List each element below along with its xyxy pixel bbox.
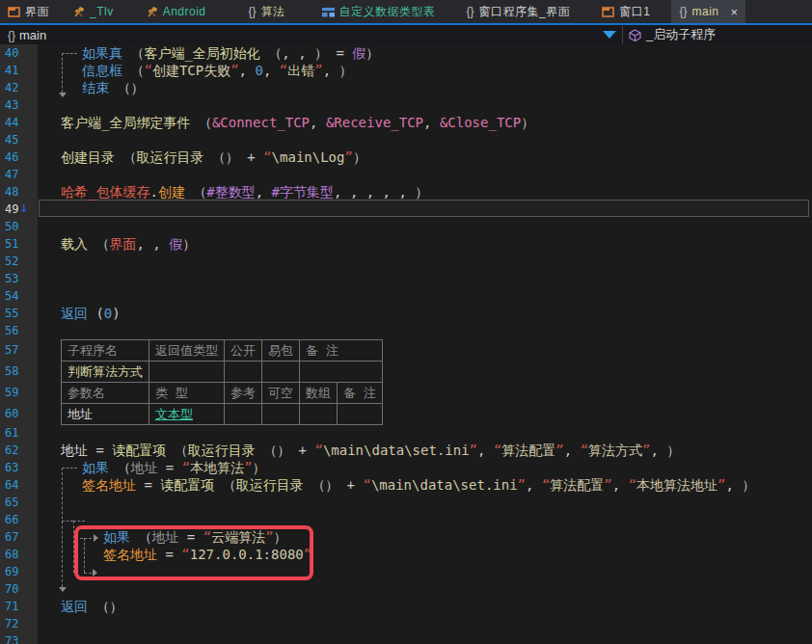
line-number-65[interactable]: 65 xyxy=(0,494,38,511)
table-cell[interactable]: 判断算法方式 xyxy=(62,362,149,383)
table-cell[interactable]: 返回值类型 xyxy=(149,340,225,362)
table-cell[interactable]: 可空 xyxy=(262,383,300,404)
code-line-55[interactable]: 返回 (0) xyxy=(61,305,121,322)
table-cell[interactable] xyxy=(300,362,383,383)
table-cell[interactable]: 备 注 xyxy=(338,383,383,404)
line-number-64[interactable]: 64 xyxy=(0,476,38,494)
code-line-44[interactable]: 客户端_全局绑定事件 （&Connect_TCP, &Receive_TCP, … xyxy=(61,114,534,131)
table-row: 参数名类 型参考可空数组备 注 xyxy=(62,383,383,404)
table-cell[interactable] xyxy=(300,404,338,425)
code-token: , , , , , ） xyxy=(334,184,428,200)
line-number-54[interactable]: 54 xyxy=(0,287,38,305)
line-number-55[interactable]: 55 xyxy=(0,305,38,322)
table-cell[interactable] xyxy=(262,362,300,383)
line-number-71[interactable]: 71 xyxy=(0,598,38,615)
tab-窗口1[interactable]: 窗口1 xyxy=(594,0,658,23)
line-number-41[interactable]: 41 xyxy=(0,62,38,79)
code-token: ） xyxy=(365,45,379,61)
table-cell[interactable] xyxy=(149,362,225,383)
code-line-64[interactable]: 签名地址 = 读配置项 （取运行目录 （） + “\main\data\set.… xyxy=(82,476,755,494)
code-line-71[interactable]: 返回 （） xyxy=(61,598,122,615)
code-token: , xyxy=(477,443,494,458)
code-line-42[interactable]: 结束 （） xyxy=(82,79,144,96)
close-icon[interactable]: × xyxy=(730,5,738,19)
line-number-59[interactable]: 59 xyxy=(0,382,38,403)
code-line-48[interactable]: 哈希_包体缓存.创建 （#整数型, #字节集型, , , , , ） xyxy=(61,183,428,201)
line-number-48[interactable]: 48 xyxy=(0,183,38,201)
line-number-70[interactable]: 70 xyxy=(0,580,38,598)
code-token: “ xyxy=(144,63,151,78)
code-token: , xyxy=(423,115,440,130)
code-token: 返回 xyxy=(61,306,88,321)
current-symbol[interactable]: _启动子程序 xyxy=(629,25,716,44)
line-number-62[interactable]: 62 xyxy=(0,442,38,459)
table-cell[interactable] xyxy=(225,362,262,383)
line-number-43[interactable]: 43 xyxy=(0,96,38,114)
table-cell[interactable]: 公开 xyxy=(225,340,262,362)
code-token: 0 xyxy=(255,63,262,78)
line-number-51[interactable]: 51 xyxy=(0,235,38,253)
tab-自定义数据类型表[interactable]: 自定义数据类型表 xyxy=(314,0,444,23)
table-cell[interactable]: 参考 xyxy=(225,383,262,404)
table-cell[interactable]: 数组 xyxy=(300,383,338,404)
table-cell[interactable]: 类 型 xyxy=(149,383,225,404)
line-number-69[interactable]: 69 xyxy=(0,563,38,580)
code-token: , ） xyxy=(323,63,353,78)
code-line-68[interactable]: 签名地址 = “127.0.0.1:8080” xyxy=(103,546,311,563)
tab-窗口程序集_界面[interactable]: {}窗口程序集_界面 xyxy=(459,0,579,23)
table-cell[interactable]: 子程序名 xyxy=(62,340,149,362)
table-cell[interactable]: 地址 xyxy=(62,404,149,425)
code-token: 创建 xyxy=(158,184,185,200)
line-number-73[interactable]: 73 xyxy=(0,632,38,644)
line-number-42[interactable]: 42 xyxy=(0,79,38,96)
line-number-63[interactable]: 63 xyxy=(0,459,38,476)
code-token: 界面 xyxy=(109,236,136,252)
tab-Android[interactable]: Android xyxy=(138,0,214,23)
line-number-47[interactable]: 47 xyxy=(0,166,38,183)
tab-算法[interactable]: {}算法 xyxy=(241,0,293,23)
line-number-40[interactable]: 40 xyxy=(0,44,38,62)
table-cell[interactable] xyxy=(338,404,383,425)
line-number-68[interactable]: 68 xyxy=(0,546,38,563)
code-line-51[interactable]: 载入 （界面, , 假） xyxy=(61,235,196,253)
code-line-63[interactable]: 如果 （地址 = “本地算法”） xyxy=(82,459,266,476)
line-number-44[interactable]: 44 xyxy=(0,114,38,131)
line-number-46[interactable]: 46 xyxy=(0,148,38,166)
table-cell[interactable]: 备 注 xyxy=(300,340,383,362)
code-editor[interactable]: ↓ 子程序名返回值类型公开易包备 注判断算法方式参数名类 型参考可空数组备 注地… xyxy=(0,44,812,644)
dropdown-arrow-icon[interactable] xyxy=(603,31,616,39)
code-line-46[interactable]: 创建目录 （取运行目录 （） + “\main\Log”） xyxy=(61,148,366,166)
line-number-56[interactable]: 56 xyxy=(0,322,38,339)
line-number-61[interactable]: 61 xyxy=(0,424,38,442)
line-number-67[interactable]: 67 xyxy=(0,528,38,546)
code-token: （ xyxy=(122,63,144,78)
line-number-66[interactable]: 66 xyxy=(0,511,38,528)
line-number-50[interactable]: 50 xyxy=(0,218,38,235)
code-line-67[interactable]: 如果 （地址 = “云端算法”） xyxy=(103,528,287,546)
line-number-57[interactable]: 57 xyxy=(0,339,38,361)
table-cell[interactable]: 参数名 xyxy=(62,383,149,404)
code-line-62[interactable]: 地址 = 读配置项 （取运行目录 （） + “\main\data\set.in… xyxy=(61,442,680,459)
code-line-41[interactable]: 信息框 （“创建TCP失败”, 0, “出错”, ） xyxy=(82,62,353,79)
line-number-58[interactable]: 58 xyxy=(0,361,38,382)
tab-main[interactable]: {}main× xyxy=(671,0,745,23)
guide-dash xyxy=(62,53,77,54)
line-number-53[interactable]: 53 xyxy=(0,270,38,287)
line-number-72[interactable]: 72 xyxy=(0,615,38,632)
line-number-49[interactable]: 49 xyxy=(0,201,38,218)
tab-界面[interactable]: 界面 xyxy=(0,0,57,23)
breadcrumb[interactable]: {}main xyxy=(8,28,46,42)
code-token: \main\data\set.ini xyxy=(371,477,518,493)
table-cell[interactable]: 易包 xyxy=(262,340,300,362)
line-number-52[interactable]: 52 xyxy=(0,253,38,270)
table-cell[interactable]: 文本型 xyxy=(149,404,225,425)
code-token: #字节集型 xyxy=(272,184,334,200)
code-line-40[interactable]: 如果真 （客户端_全局初始化 （, , ） = 假） xyxy=(82,44,379,62)
line-number-60[interactable]: 60 xyxy=(0,403,38,424)
editor-tab-bar: 界面_TlvAndroid{}算法自定义数据类型表{}窗口程序集_界面窗口1{}… xyxy=(0,0,812,23)
line-number-45[interactable]: 45 xyxy=(0,131,38,148)
table-cell[interactable] xyxy=(225,404,262,425)
tab-_Tlv[interactable]: _Tlv xyxy=(65,0,122,23)
table-cell[interactable] xyxy=(262,404,300,425)
code-token: “ xyxy=(314,443,322,458)
